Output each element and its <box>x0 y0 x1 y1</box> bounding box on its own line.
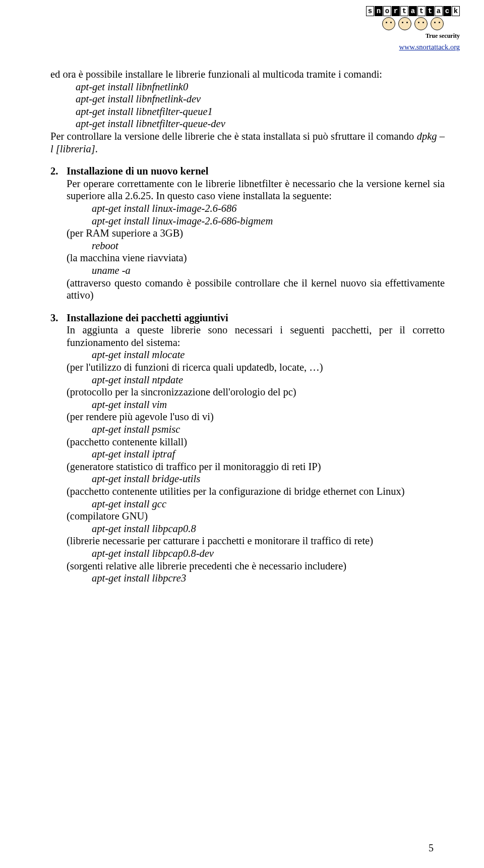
logo-letter: r <box>392 6 400 16</box>
section-3: 3. Installazione dei pacchetti aggiuntiv… <box>50 312 445 585</box>
logo-letters: s n o r t a t t a c k <box>366 6 460 16</box>
command-line: apt-get install libnfnetlink0 <box>50 81 445 93</box>
note: (per RAM superiore a 3GB) <box>67 227 445 240</box>
command-line: apt-get install linux-image-2.6-686-bigm… <box>67 215 445 227</box>
logo-tagline: True security <box>366 32 460 39</box>
command-line: apt-get install gcc <box>67 498 445 510</box>
command-line: reboot <box>67 240 445 252</box>
command-line: apt-get install libnetfilter-queue1 <box>50 105 445 118</box>
command-line: apt-get install libnetfilter-queue-dev <box>50 118 445 130</box>
section-number: 2. <box>50 165 67 178</box>
face-icon <box>382 17 395 30</box>
intro-line1: ed ora è possibile installare le libreri… <box>50 68 445 81</box>
command-line: uname -a <box>67 264 445 277</box>
logo-faces <box>366 17 460 32</box>
face-icon <box>431 17 444 30</box>
logo-letter: o <box>383 6 391 16</box>
section-body: Installazione dei pacchetti aggiuntivi I… <box>67 312 445 585</box>
section-number: 3. <box>50 312 67 324</box>
command-line: apt-get install libpcre3 <box>67 572 445 585</box>
note: (la macchina viene riavviata) <box>67 252 445 264</box>
note: (compilatore GNU) <box>67 510 445 523</box>
text: . <box>95 143 98 154</box>
logo-letter: a <box>409 6 417 16</box>
note: (per rendere più agevole l'uso di vi) <box>67 411 445 423</box>
paragraph: Per operare correttamente con le libreri… <box>67 178 445 202</box>
face-icon <box>398 17 411 30</box>
note: (per l'utilizzo di funzioni di ricerca q… <box>67 361 445 374</box>
text: Per controllare la versione delle librer… <box>50 131 417 142</box>
logo-letter: c <box>443 6 451 16</box>
logo-letter: t <box>426 6 434 16</box>
command-line: apt-get install libnfnetlink-dev <box>50 93 445 105</box>
section-title: Installazione dei pacchetti aggiuntivi <box>67 312 445 324</box>
face-icon <box>414 17 428 30</box>
note: (generatore statistico di traffico per i… <box>67 460 445 473</box>
section-body: Installazione di un nuovo kernel Per ope… <box>67 165 445 302</box>
command-line: apt-get install ntpdate <box>67 374 445 386</box>
command-line: apt-get install bridge-utils <box>67 473 445 485</box>
paragraph: In aggiunta a queste librerie sono neces… <box>67 324 445 349</box>
section-2: 2. Installazione di un nuovo kernel Per … <box>50 165 445 302</box>
page: s n o r t a t t a c k True security www.… <box>0 0 484 868</box>
logo-letter: t <box>400 6 408 16</box>
intro-line2: Per controllare la versione delle librer… <box>50 130 445 155</box>
section-title: Installazione di un nuovo kernel <box>67 165 445 178</box>
page-header: s n o r t a t t a c k True security www.… <box>366 6 460 51</box>
note: (attraverso questo comando è possibile c… <box>67 277 445 302</box>
logo-letter: k <box>452 6 460 16</box>
command-line: apt-get install vim <box>67 398 445 411</box>
logo: s n o r t a t t a c k True security <box>366 6 460 39</box>
note: (sorgenti relative alle librerie precede… <box>67 560 445 572</box>
page-content: ed ora è possibile installare le libreri… <box>50 68 445 585</box>
logo-letter: t <box>417 6 426 16</box>
page-number: 5 <box>429 842 434 854</box>
logo-letter: a <box>435 6 443 16</box>
note: (pacchetto contenente killall) <box>67 436 445 448</box>
command-line: apt-get install iptraf <box>67 448 445 460</box>
logo-letter: s <box>366 6 374 16</box>
command-line: apt-get install linux-image-2.6-686 <box>67 202 445 215</box>
command-line: apt-get install mlocate <box>67 349 445 361</box>
header-url-link[interactable]: www.snortattack.org <box>366 43 460 51</box>
command-line: apt-get install psmisc <box>67 423 445 436</box>
note: (protocollo per la sincronizzazione dell… <box>67 386 445 398</box>
command-line: apt-get install libpcap0.8-dev <box>67 547 445 560</box>
logo-letter: n <box>375 6 383 16</box>
note: (pacchetto contenente utilities per la c… <box>67 485 445 498</box>
command-line: apt-get install libpcap0.8 <box>67 523 445 535</box>
note: (librerie necessarie per catturare i pac… <box>67 535 445 547</box>
